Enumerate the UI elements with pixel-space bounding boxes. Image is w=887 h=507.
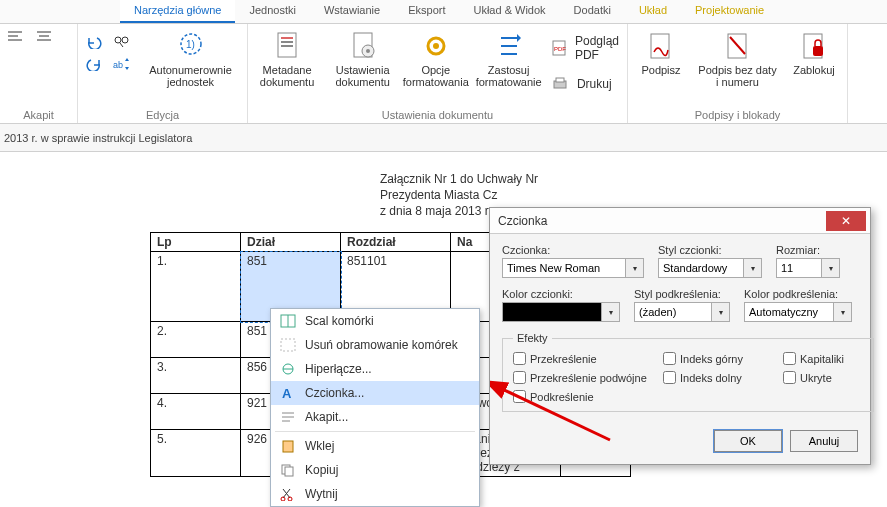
find-icon[interactable] (112, 34, 132, 50)
svg-rect-32 (281, 339, 295, 351)
svg-rect-29 (813, 46, 823, 56)
ctx-font[interactable]: ACzcionka... (271, 381, 479, 405)
format-arrows-icon (493, 30, 525, 62)
chevron-down-icon[interactable]: ▾ (834, 302, 852, 322)
cancel-button[interactable]: Anuluj (790, 430, 858, 452)
chevron-down-icon[interactable]: ▾ (744, 258, 762, 278)
font-combo[interactable] (502, 258, 626, 278)
doc-header-line-1: Załącznik Nr 1 do Uchwały Nr (380, 172, 887, 186)
sign-icon (645, 30, 677, 62)
svg-rect-41 (285, 467, 293, 476)
lock-icon (798, 30, 830, 62)
underline-style-combo[interactable] (634, 302, 712, 322)
paragraph-icon (279, 409, 297, 425)
svg-text:PDF: PDF (554, 46, 566, 52)
zablokuj-button[interactable]: Zablokuj (787, 28, 841, 78)
paste-icon (279, 438, 297, 454)
underline-color-combo[interactable] (744, 302, 834, 322)
autonumerowanie-button[interactable]: 1) Autonumerownie jednostek (140, 28, 241, 90)
merge-icon (279, 313, 297, 329)
ustawienia-dokumentu-button[interactable]: Ustawienia dokumentu (328, 28, 397, 90)
chk-hidden[interactable]: Ukryte (783, 371, 863, 384)
chk-smallcaps[interactable]: Kapitaliki (783, 352, 863, 365)
podpisz-button[interactable]: Podpisz (634, 28, 688, 78)
doc-header-line-2: Prezydenta Miasta Cz (380, 188, 887, 202)
tab-wstawianie[interactable]: Wstawianie (310, 0, 394, 23)
chk-strikethrough[interactable]: Przekreślenie (513, 352, 663, 365)
tab-uklad-widok[interactable]: Układ & Widok (459, 0, 559, 23)
tab-eksport[interactable]: Eksport (394, 0, 459, 23)
svg-point-18 (366, 49, 370, 53)
drukuj-button[interactable]: Drukuj (551, 76, 621, 92)
print-icon (551, 76, 569, 92)
size-combo[interactable] (776, 258, 822, 278)
cut-icon (279, 486, 297, 502)
podglad-pdf-button[interactable]: PDFPodgląd PDF (551, 34, 621, 62)
close-icon: ✕ (841, 214, 851, 228)
dialog-titlebar[interactable]: Czcionka ✕ (490, 208, 870, 234)
chevron-down-icon[interactable]: ▾ (626, 258, 644, 278)
chk-double-strike[interactable]: Przekreślenie podwójne (513, 371, 663, 384)
ok-button[interactable]: OK (714, 430, 782, 452)
ribbon-tabs: Narzędzia główne Jednostki Wstawianie Ek… (0, 0, 887, 24)
link-icon (279, 361, 297, 377)
col-dzial: Dział (241, 233, 341, 252)
ctx-hyperlink[interactable]: Hiperłącze... (271, 357, 479, 381)
svg-text:A: A (282, 386, 292, 400)
chk-subscript[interactable]: Indeks dolny (663, 371, 783, 384)
noborder-icon (279, 337, 297, 353)
ctx-cut[interactable]: Wytnij (271, 482, 479, 506)
ctx-merge-cells[interactable]: Scal komórki (271, 309, 479, 333)
font-dialog: Czcionka ✕ Czcionka: ▾ Styl czcionki: ▾ … (489, 207, 871, 465)
size-label: Rozmiar: (776, 244, 840, 256)
document-gear-icon (347, 30, 379, 62)
zastosuj-formatowanie-button[interactable]: Zastosuj formatowanie (474, 28, 543, 90)
tab-projektowanie[interactable]: Projektowanie (681, 0, 778, 23)
svg-text:ab: ab (113, 60, 123, 70)
dialog-close-button[interactable]: ✕ (826, 211, 866, 231)
ctx-remove-borders[interactable]: Usuń obramowanie komórek (271, 333, 479, 357)
opcje-formatowania-button[interactable]: Opcje formatowania (405, 28, 466, 90)
document-title-bar: 2013 r. w sprawie instrukcji Legislatora (0, 124, 887, 152)
tab-uklad[interactable]: Układ (625, 0, 681, 23)
chevron-down-icon[interactable]: ▾ (712, 302, 730, 322)
ctx-separator (275, 431, 475, 432)
svg-line-8 (120, 43, 123, 47)
chk-underline[interactable]: Podkreślenie (513, 390, 663, 403)
font-label: Czcionka: (502, 244, 644, 256)
context-menu: Scal komórki Usuń obramowanie komórek Hi… (270, 308, 480, 507)
podpis-bez-button[interactable]: Podpis bez daty i numeru (696, 28, 779, 90)
style-label: Styl czcionki: (658, 244, 762, 256)
ribbon-body: Akapit ab 1) Autonumerownie jednostek Ed… (0, 24, 887, 124)
svg-rect-13 (281, 37, 293, 39)
group-edycja-label: Edycja (84, 107, 241, 121)
autonumber-icon: 1) (175, 30, 207, 62)
chk-superscript[interactable]: Indeks górny (663, 352, 783, 365)
svg-rect-39 (283, 441, 293, 452)
replace-icon[interactable]: ab (112, 56, 132, 72)
effects-group: Efekty Przekreślenie Indeks górny Kapita… (502, 332, 874, 412)
chevron-down-icon[interactable]: ▾ (602, 302, 620, 322)
tab-narzedzia-glowne[interactable]: Narzędzia główne (120, 0, 235, 23)
copy-icon (279, 462, 297, 478)
style-combo[interactable] (658, 258, 744, 278)
tab-dodatki[interactable]: Dodatki (560, 0, 625, 23)
col-lp: Lp (151, 233, 241, 252)
ctx-paste[interactable]: Wklej (271, 434, 479, 458)
align-left-icon[interactable] (6, 28, 26, 44)
font-icon: A (279, 385, 297, 401)
metadane-button[interactable]: Metadane dokumentu (254, 28, 320, 90)
font-color-swatch[interactable] (502, 302, 602, 322)
tab-jednostki[interactable]: Jednostki (235, 0, 309, 23)
svg-rect-15 (281, 45, 293, 47)
undo-icon[interactable] (84, 34, 104, 50)
align-center-icon[interactable] (34, 28, 54, 44)
ctx-paragraph[interactable]: Akapit... (271, 405, 479, 429)
gear-icon (420, 30, 452, 62)
col-rozdzial: Rozdział (341, 233, 451, 252)
svg-point-6 (115, 37, 121, 43)
chevron-down-icon[interactable]: ▾ (822, 258, 840, 278)
ctx-copy[interactable]: Kopiuj (271, 458, 479, 482)
svg-rect-24 (556, 78, 564, 82)
redo-icon[interactable] (84, 56, 104, 72)
